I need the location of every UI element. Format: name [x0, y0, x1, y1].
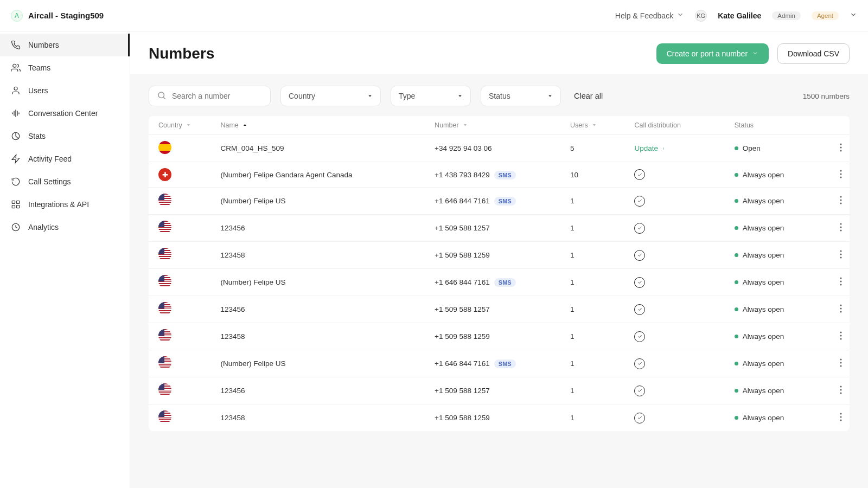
table-row[interactable]: (Number) Felipe US+1 646 844 7161SMS1Alw…	[149, 269, 850, 296]
status-text: Always open	[743, 278, 784, 286]
col-number-label: Number	[435, 121, 458, 129]
flag-us-icon	[158, 383, 171, 396]
user-menu-toggle[interactable]	[850, 11, 857, 20]
main: Numbers Create or port a number Download…	[130, 31, 868, 488]
search-input[interactable]	[172, 92, 263, 100]
row-menu-button[interactable]	[827, 323, 850, 350]
svg-marker-20	[244, 124, 246, 126]
svg-point-23	[840, 143, 841, 145]
users-count: 1	[570, 197, 575, 205]
create-number-button[interactable]: Create or port a number	[656, 43, 769, 64]
number-text: +1 509 588 1259	[435, 332, 490, 341]
row-menu-button[interactable]	[827, 350, 850, 377]
status-dot-icon	[735, 416, 738, 420]
svg-marker-17	[458, 95, 462, 97]
sidebar-item-stats[interactable]: Stats	[0, 125, 130, 147]
table-row[interactable]: 123458+1 509 588 12591Always open	[149, 404, 850, 432]
table-row[interactable]: 123458+1 509 588 12591Always open	[149, 323, 850, 350]
filter-type-dropdown[interactable]: Type	[391, 86, 471, 106]
row-menu-button[interactable]	[827, 377, 850, 404]
download-csv-label: Download CSV	[788, 49, 839, 58]
svg-point-1	[14, 87, 17, 90]
status-dot-icon	[735, 362, 738, 365]
sidebar-item-conversation-center[interactable]: Conversation Center	[0, 102, 130, 125]
sidebar-item-teams[interactable]: Teams	[0, 56, 130, 79]
svg-marker-21	[464, 124, 467, 126]
sidebar-item-call-settings[interactable]: Call Settings	[0, 170, 130, 193]
table-row[interactable]: 123458+1 509 588 12591Always open	[149, 242, 850, 269]
sidebar-item-label: Teams	[28, 63, 50, 72]
svg-rect-9	[12, 201, 15, 203]
sms-badge: SMS	[494, 171, 516, 179]
distribution-check-icon	[634, 331, 645, 342]
number-name: 123458	[220, 251, 245, 259]
sidebar-item-activity-feed[interactable]: Activity Feed	[0, 147, 130, 170]
table-row[interactable]: 123456+1 509 588 12571Always open	[149, 377, 850, 404]
col-number-header[interactable]: Number	[427, 116, 563, 135]
flag-ca-icon	[158, 168, 171, 181]
number-text: +1 509 588 1257	[435, 305, 490, 313]
row-menu-button[interactable]	[827, 188, 850, 215]
status-text: Open	[743, 144, 761, 152]
sidebar-item-numbers[interactable]: Numbers	[0, 34, 130, 56]
number-text: +1 438 793 8429	[435, 171, 490, 179]
status-text: Always open	[743, 305, 784, 313]
svg-point-48	[840, 362, 841, 363]
svg-marker-19	[187, 124, 190, 126]
waveform-icon	[11, 108, 21, 118]
svg-point-54	[840, 416, 841, 418]
sort-icon	[463, 123, 468, 127]
create-number-label: Create or port a number	[667, 49, 748, 58]
phone-icon	[11, 40, 21, 50]
row-menu-button[interactable]	[827, 269, 850, 296]
users-count: 1	[570, 414, 575, 422]
status-dot-icon	[735, 389, 738, 393]
row-menu-button[interactable]	[827, 242, 850, 269]
sidebar-item-integrations-api[interactable]: Integrations & API	[0, 193, 130, 216]
sidebar-item-label: Activity Feed	[28, 155, 72, 163]
svg-point-40	[840, 284, 841, 285]
status-dot-icon	[735, 146, 738, 150]
col-users-label: Users	[570, 121, 588, 129]
clock-icon	[11, 177, 21, 187]
status-dot-icon	[735, 226, 738, 230]
col-country-header[interactable]: Country	[149, 116, 213, 135]
svg-point-31	[840, 202, 841, 204]
filter-country-dropdown[interactable]: Country	[280, 86, 381, 106]
status-dot-icon	[735, 335, 738, 338]
status-text: Always open	[743, 224, 784, 232]
number-name: 123458	[220, 332, 245, 341]
download-csv-button[interactable]: Download CSV	[777, 43, 850, 64]
distribution-check-icon	[634, 250, 645, 261]
numbers-table: Country Name Number	[149, 116, 850, 431]
update-distribution-link[interactable]: Update	[634, 144, 666, 152]
sidebar-item-users[interactable]: Users	[0, 79, 130, 102]
flag-us-icon	[158, 194, 171, 207]
flag-us-icon	[158, 221, 171, 234]
help-feedback-menu[interactable]: Help & Feedback	[615, 11, 684, 20]
analytics-icon	[11, 222, 21, 232]
flag-us-icon	[158, 410, 171, 423]
table-row[interactable]: CRM_004_HS_509+34 925 94 03 065UpdateOpe…	[149, 135, 850, 162]
row-menu-button[interactable]	[827, 135, 850, 162]
row-menu-button[interactable]	[827, 404, 850, 432]
col-users-header[interactable]: Users	[563, 116, 627, 135]
table-row[interactable]: (Number) Felipe Gandara Agent Canada+1 4…	[149, 162, 850, 188]
search-number-control[interactable]	[149, 86, 271, 106]
row-menu-button[interactable]	[827, 215, 850, 242]
sidebar-item-analytics[interactable]: Analytics	[0, 216, 130, 239]
app-badge: A	[11, 10, 23, 22]
svg-rect-11	[12, 206, 15, 208]
table-row[interactable]: (Number) Felipe US+1 646 844 7161SMS1Alw…	[149, 188, 850, 215]
chart-icon	[11, 131, 21, 141]
row-menu-button[interactable]	[827, 162, 850, 188]
col-name-header[interactable]: Name	[213, 116, 427, 135]
clear-all-button[interactable]: Clear all	[571, 92, 603, 100]
table-row[interactable]: (Number) Felipe US+1 646 844 7161SMS1Alw…	[149, 350, 850, 377]
row-menu-button[interactable]	[827, 296, 850, 323]
users-count: 1	[570, 224, 575, 232]
filter-status-dropdown[interactable]: Status	[481, 86, 561, 106]
table-row[interactable]: 123456+1 509 588 12571Always open	[149, 215, 850, 242]
svg-rect-12	[17, 206, 20, 208]
table-row[interactable]: 123456+1 509 588 12571Always open	[149, 296, 850, 323]
